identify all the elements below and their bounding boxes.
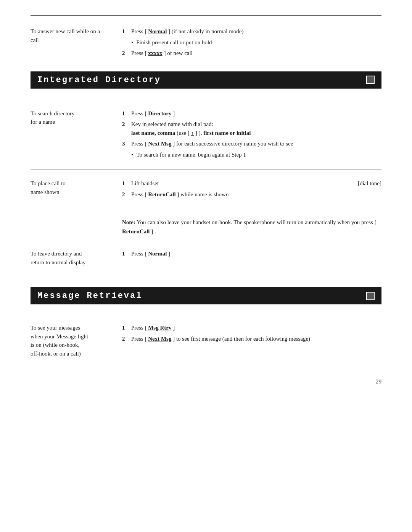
top-divider (31, 15, 381, 16)
search-step-1: 1 Press [ Directory ] (122, 109, 381, 118)
step-num-1: 1 (122, 27, 128, 36)
integrated-directory-title: Integrated Directory (37, 75, 161, 85)
page-number: 29 (31, 378, 381, 385)
message-retrieval-header: Message Retrieval (31, 287, 381, 304)
next-msg-key-2: Next Msg (148, 336, 171, 342)
lift-handset-text: Lift handset (131, 179, 159, 188)
place-call-step-1: 1 Lift handset [dial tone] (122, 179, 381, 188)
intro-steps-list: 1 Press [ Normal ] (if not already in no… (122, 27, 381, 36)
msg-row-content: 1 Press [ Msg Rtrv ] 2 Press [ Next Msg … (122, 323, 381, 358)
intro-bullet-1-text: Finish present call or put on hold (136, 38, 212, 47)
return-call-key-1: ReturnCall (148, 191, 176, 197)
search-bullet-list: To search for a new name, begin again at… (131, 150, 381, 159)
note-bold-prefix: Note: (122, 219, 135, 225)
search-bullet-1: To search for a new name, begin again at… (131, 150, 381, 159)
search-step-2: 2 Key in selected name with dial pad: la… (122, 120, 381, 137)
normal-key-2: Normal (148, 251, 167, 257)
intro-step2-list: 2 Press [ xxxxx ] of new call (122, 49, 381, 58)
intro-step-1: 1 Press [ Normal ] (if not already in no… (122, 27, 381, 36)
search-steps: 1 Press [ Directory ] 2 Key in selected … (122, 109, 381, 148)
intro-step-1-text: Press [ Normal ] (if not already in norm… (131, 27, 244, 36)
search-step-num-2: 2 (122, 120, 128, 137)
search-step-3: 3 Press [ Next Msg ] for each successive… (122, 139, 381, 148)
intro-section: To answer new call while on a call 1 Pre… (31, 27, 381, 60)
directory-row-place-call: To place call toname shown 1 Lift handse… (31, 170, 381, 240)
search-label: To search directoryfor a name (31, 109, 107, 161)
search-bullet-1-text: To search for a new name, begin again at… (136, 150, 246, 159)
msg-rtrv-key: Msg Rtrv (148, 325, 171, 331)
intro-step-2-text: Press [ xxxxx ] of new call (131, 49, 193, 58)
place-call-step-2-text: Press [ ReturnCall ] while name is shown (131, 190, 229, 199)
intro-content: 1 Press [ Normal ] (if not already in no… (122, 27, 381, 60)
leave-dir-steps: 1 Press [ Normal ] (122, 249, 381, 258)
leave-dir-label: To leave directory andreturn to normal d… (31, 249, 107, 267)
msg-step-1: 1 Press [ Msg Rtrv ] (122, 323, 381, 332)
directory-row-leave: To leave directory andreturn to normal d… (31, 240, 381, 276)
search-step-num-3: 3 (122, 139, 128, 148)
search-step-1-text: Press [ Directory ] (131, 109, 175, 118)
place-call-steps: 1 Lift handset [dial tone] 2 Press [ Ret… (122, 179, 381, 199)
next-msg-key-1: Next Msg (148, 141, 171, 147)
search-step-num-1: 1 (122, 109, 128, 118)
page-number-text: 29 (376, 378, 381, 385)
msg-row-label: To see your messageswhen your Message li… (31, 323, 107, 358)
normal-key-1: Normal (148, 28, 167, 34)
intro-step-2: 2 Press [ xxxxx ] of new call (122, 49, 381, 58)
place-call-content: 1 Lift handset [dial tone] 2 Press [ Ret… (122, 179, 381, 236)
message-retrieval-row: To see your messageswhen your Message li… (31, 316, 381, 367)
msg-step-num-2: 2 (122, 335, 128, 343)
place-call-step-1-inner: Lift handset [dial tone] (131, 179, 381, 188)
msg-step-2: 2 Press [ Next Msg ] to see first messag… (122, 335, 381, 343)
place-call-label: To place call toname shown (31, 179, 107, 236)
message-retrieval-title: Message Retrieval (37, 291, 142, 301)
last-name-bold: last name, comma (131, 130, 175, 136)
msg-header-square-icon (366, 292, 375, 300)
xxxxx-key: xxxxx (148, 50, 163, 56)
directory-row-search: To search directoryfor a name 1 Press [ … (31, 100, 381, 170)
search-content: 1 Press [ Directory ] 2 Key in selected … (122, 109, 381, 161)
place-call-step-2: 2 Press [ ReturnCall ] while name is sho… (122, 190, 381, 199)
note-block: Note: You can also leave your handset on… (122, 218, 381, 236)
dial-tone-text: [dial tone] (358, 179, 381, 188)
leave-dir-step-num-1: 1 (122, 249, 128, 258)
leave-dir-step-1-text: Press [ Normal ] (131, 249, 170, 258)
search-step-2-inner: 2 Key in selected name with dial pad: la… (131, 120, 251, 137)
first-name-bold: first name or initial (203, 130, 251, 136)
msg-step-2-text: Press [ Next Msg ] to see first message … (131, 335, 310, 343)
intro-bullet-1: Finish present call or put on hold (131, 38, 381, 47)
directory-key: Directory (148, 110, 171, 116)
leave-dir-step-1: 1 Press [ Normal ] (122, 249, 381, 258)
place-call-step-num-1: 1 (122, 179, 128, 188)
search-step-3-text: Press [ Next Msg ] for each successive d… (131, 139, 293, 148)
note-text: You can also leave your handset on-hook.… (122, 219, 377, 234)
header-square-icon (366, 76, 375, 84)
star-key: ↑ (191, 130, 194, 136)
msg-step-num-1: 1 (122, 323, 128, 332)
search-step-2-text: Key in selected name with dial pad: last… (131, 120, 251, 137)
intro-label: To answer new call while on a call (31, 27, 107, 60)
place-call-step-num-2: 2 (122, 190, 128, 199)
intro-bullet-list: Finish present call or put on hold (131, 38, 381, 47)
step-num-2: 2 (122, 49, 128, 58)
intro-label-text: To answer new call while on a call (31, 28, 100, 43)
msg-step-1-text: Press [ Msg Rtrv ] (131, 323, 175, 332)
return-call-key-note: ReturnCall (122, 228, 150, 234)
integrated-directory-header: Integrated Directory (31, 71, 381, 89)
msg-steps: 1 Press [ Msg Rtrv ] 2 Press [ Next Msg … (122, 323, 381, 343)
leave-dir-content: 1 Press [ Normal ] (122, 249, 381, 267)
